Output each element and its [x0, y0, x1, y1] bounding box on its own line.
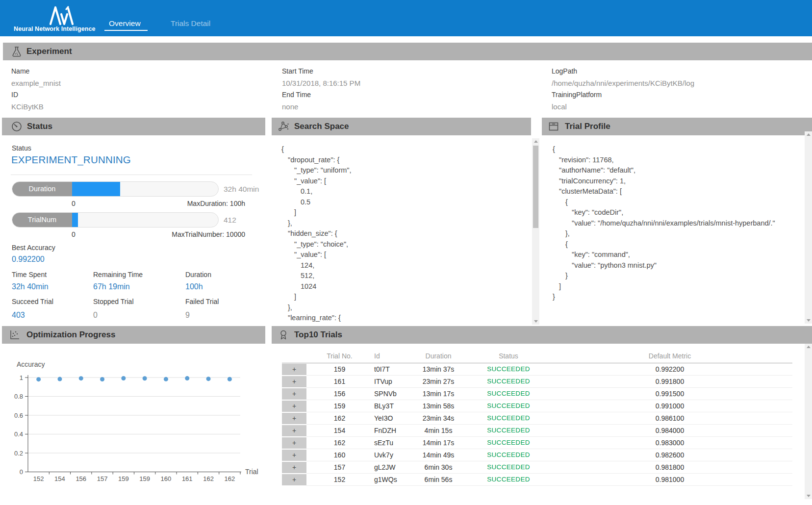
field-label: TrainingPlatform	[552, 91, 602, 99]
scrollbar-thumb[interactable]	[533, 146, 538, 228]
trial-profile-json[interactable]: {"revision": 11768,"authorName": "defaul…	[542, 139, 802, 325]
status-section-title: Status	[27, 118, 52, 135]
json-line: 512,	[281, 271, 532, 281]
status-cell: SUCCEEDED	[470, 388, 547, 400]
expand-row-button[interactable]: +	[282, 450, 306, 461]
json-line: "_type": "choice",	[281, 239, 532, 250]
optimization-section-header: Optimization Progress	[2, 326, 265, 344]
metric-cell: 0.992200	[547, 363, 792, 375]
expand-row-button[interactable]: +	[282, 364, 306, 375]
trialnum-bar-min: 0	[72, 230, 76, 238]
field-value: KCiBytKB	[11, 102, 44, 111]
json-line: {	[553, 144, 802, 155]
column-header: Status	[470, 352, 547, 363]
status-label: Status	[12, 144, 31, 152]
column-header: Id	[373, 352, 407, 363]
search-space-scrollbar[interactable]	[532, 138, 539, 325]
json-line: }	[553, 271, 802, 281]
stat-value: 0	[93, 311, 98, 320]
duration-cell: 6min 30s	[407, 461, 470, 473]
svg-text:162: 162	[224, 475, 235, 482]
duration-bar-label: Duration	[12, 182, 72, 196]
json-line: },	[553, 228, 802, 239]
metric-cell: 0.986100	[547, 412, 792, 424]
json-line: ]	[281, 292, 532, 303]
duration-cell: 13min 37s	[407, 363, 470, 375]
svg-text:152: 152	[33, 475, 44, 482]
svg-text:0.2: 0.2	[14, 450, 23, 457]
scroll-up-arrow[interactable]	[807, 346, 811, 348]
svg-text:157: 157	[97, 475, 108, 482]
json-line: "clusterMetaData": [	[553, 186, 802, 197]
svg-text:0.6: 0.6	[14, 412, 23, 419]
stat-label: Remaining Time	[93, 271, 143, 278]
json-line: 0.5	[281, 197, 532, 208]
nni-logo-icon	[50, 5, 74, 26]
duration-progress-bar: Duration	[12, 181, 219, 197]
svg-text:0.8: 0.8	[14, 393, 23, 400]
expand-row-button[interactable]: +	[282, 474, 306, 485]
expand-row-button[interactable]: +	[282, 437, 306, 449]
expand-row-button[interactable]: +	[282, 376, 306, 387]
metric-cell: 0.991000	[547, 400, 792, 412]
expand-row-button[interactable]: +	[282, 413, 306, 424]
duration-bar-min: 0	[72, 200, 76, 207]
search-space-json[interactable]: {"dropout_rate": {"_type": "uniform","_v…	[272, 139, 532, 325]
json-line: {	[281, 144, 532, 155]
tab-overview[interactable]: Overview	[109, 19, 141, 28]
table-row: +162YeI3O23min 34sSUCCEEDED0.986100	[282, 412, 792, 425]
json-line: 124,	[281, 260, 532, 271]
accuracy-scatter-chart: Accuracy00.20.40.60.81152154156157159159…	[0, 344, 267, 505]
svg-text:159: 159	[118, 475, 129, 482]
trialnum-bar-value: 412	[224, 216, 236, 225]
scatter-chart-icon	[9, 329, 21, 341]
scroll-down-arrow[interactable]	[807, 319, 811, 322]
svg-text:162: 162	[203, 475, 214, 482]
status-cell: SUCCEEDED	[470, 363, 547, 375]
search-space-section-header: Search Space	[272, 118, 531, 135]
json-line: "value": "python3 mnist.py"	[553, 260, 802, 271]
trialnum-bar-label: TrialNum	[12, 213, 72, 227]
trial-no-cell: 160	[306, 449, 373, 461]
json-line: "hidden_size": {	[281, 228, 532, 239]
trial-id-cell: ITVup	[373, 376, 407, 387]
field-value: example_mnist	[11, 79, 61, 87]
experiment-section-header: Experiment	[3, 43, 812, 60]
status-cell: SUCCEEDED	[470, 437, 547, 449]
table-row: +162sEzTu14min 17sSUCCEEDED0.983000	[282, 437, 792, 449]
expand-row-button[interactable]: +	[282, 401, 306, 412]
duration-bar-value: 32h 40min	[224, 185, 259, 194]
json-line: "_value": [	[281, 176, 532, 187]
scroll-down-arrow[interactable]	[807, 495, 811, 497]
expand-row-button[interactable]: +	[282, 388, 306, 400]
duration-cell: 14min 49s	[407, 449, 470, 461]
json-line: },	[281, 218, 532, 229]
table-header-row: Trial No. Id Duration Status Default Met…	[282, 352, 792, 363]
table-row: +152g1WQs6min 56sSUCCEEDED0.981000	[282, 474, 792, 486]
network-icon	[278, 121, 289, 132]
expand-row-button[interactable]: +	[282, 462, 306, 473]
json-line: },	[281, 303, 532, 313]
medal-icon	[278, 329, 289, 341]
expand-row-button[interactable]: +	[282, 425, 306, 436]
top-trials-scrollbar[interactable]	[805, 344, 812, 499]
status-cell: SUCCEEDED	[470, 376, 547, 387]
trial-id-cell: Uvk7y	[373, 449, 407, 461]
flask-icon	[11, 46, 23, 57]
trial-profile-scrollbar[interactable]	[805, 131, 812, 324]
tab-trials-detail[interactable]: Trials Detail	[171, 19, 210, 28]
status-section-header: Status	[2, 118, 265, 135]
scroll-down-arrow[interactable]	[534, 320, 538, 323]
brand-text: Neural Network Intelligence	[14, 25, 96, 32]
trial-no-cell: 159	[306, 363, 373, 375]
duration-cell: 13min 58s	[407, 400, 470, 412]
scroll-up-arrow[interactable]	[534, 140, 538, 143]
trial-id-cell: gL2JW	[373, 461, 407, 473]
field-value: local	[552, 102, 567, 111]
scroll-up-arrow[interactable]	[807, 133, 811, 136]
svg-text:Accuracy: Accuracy	[17, 360, 45, 368]
duration-cell: 13min 17s	[407, 388, 470, 400]
trial-no-cell: 161	[306, 376, 373, 387]
json-line: "value": "/home/quzha/nni/nni/examples/t…	[553, 218, 802, 229]
trial-no-cell: 162	[306, 412, 373, 424]
